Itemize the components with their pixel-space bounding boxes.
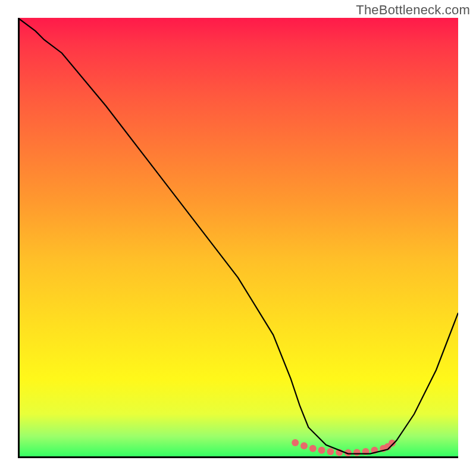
gradient-background [18, 18, 458, 458]
chart-container: TheBottleneck.com [0, 0, 476, 476]
plot-area [18, 18, 458, 458]
watermark-text: TheBottleneck.com [356, 2, 470, 18]
